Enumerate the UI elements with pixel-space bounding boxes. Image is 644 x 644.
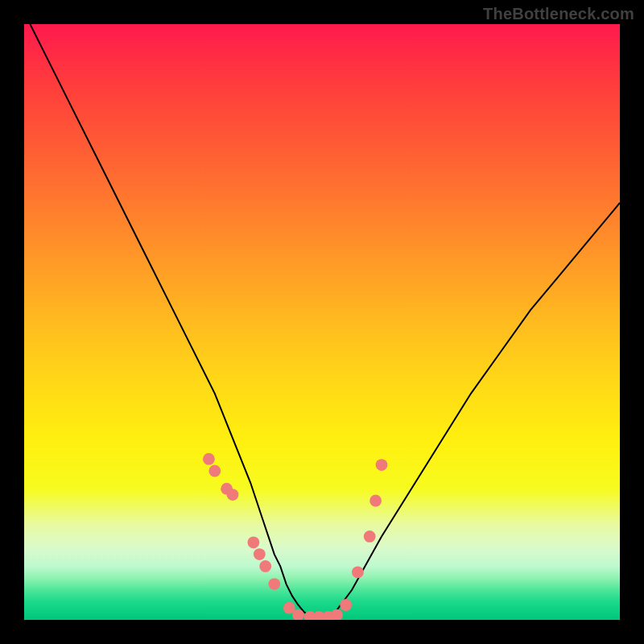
marker-dot — [268, 578, 280, 590]
marker-dot — [340, 599, 352, 611]
marker-dot — [259, 560, 271, 572]
outer-frame: TheBottleneck.com — [0, 0, 644, 644]
marker-dot — [331, 609, 343, 620]
marker-dot — [376, 459, 388, 471]
curve-line — [30, 24, 620, 617]
marker-dot — [254, 548, 266, 560]
marker-dot — [369, 495, 382, 507]
markers-group — [203, 453, 387, 620]
marker-dot — [208, 465, 221, 477]
marker-dot — [352, 566, 364, 578]
marker-dot — [364, 530, 376, 543]
chart-overlay — [24, 24, 620, 620]
marker-dot — [248, 536, 260, 548]
marker-dot — [203, 453, 215, 465]
watermark-text: TheBottleneck.com — [483, 5, 634, 23]
marker-dot — [227, 489, 239, 501]
